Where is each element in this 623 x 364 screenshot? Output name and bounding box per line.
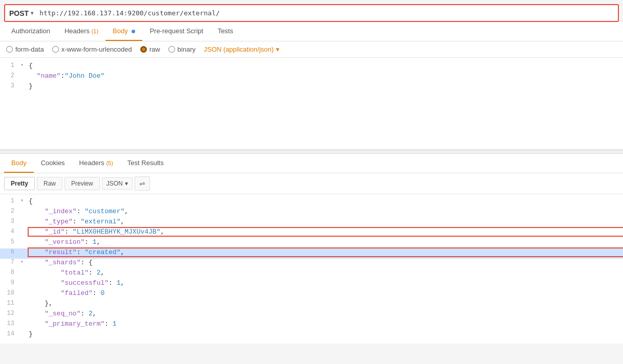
resp-line-3: 3 "_type": "external", [0,218,623,228]
resp-tab-body-label: Body [11,159,27,167]
radio-form-data[interactable] [6,46,13,53]
resp-tab-cookies-label: Cookies [41,159,65,167]
section-divider [0,150,623,154]
resp-code-7: "_shards": { [29,259,623,266]
tab-body-label: Body [113,27,128,35]
resp-code-9: "successful": 1, [29,279,623,287]
option-raw[interactable]: raw [140,46,160,53]
radio-x-www[interactable] [52,46,59,53]
view-preview-button[interactable]: Preview [65,177,100,190]
tab-tests[interactable]: Tests [210,22,240,41]
req-line-3: 3 } [0,82,623,93]
json-type-label: JSON (application/json) [204,46,274,53]
option-binary[interactable]: binary [168,46,196,53]
resp-linenum-2: 2 [0,208,20,215]
format-selector[interactable]: JSON ▾ [102,177,133,190]
resp-linenum-5: 5 [0,238,20,245]
tab-pre-request-label: Pre-request Script [149,27,203,35]
resp-code-5: "_version": 1, [29,238,623,246]
tab-authorization[interactable]: Authorization [4,22,57,41]
resp-line-12: 12 "_seq_no": 2, [0,310,623,320]
resp-tab-headers-label: Headers [79,159,104,167]
resp-line-9: 9 "successful": 1, [0,279,623,289]
json-type-chevron: ▾ [276,46,280,53]
tab-headers-label: Headers [65,27,90,35]
resp-line-14: 14 } [0,330,623,340]
request-body-editor[interactable]: 1 ▾ { 2 "name":"John Doe" 3 } [0,58,623,150]
json-type-selector[interactable]: JSON (application/json) ▾ [204,46,280,53]
resp-tab-cookies[interactable]: Cookies [34,154,72,173]
resp-linenum-1: 1 [0,197,20,204]
response-container: Body Cookies Headers (5) Test Results Pr… [0,154,623,344]
resp-linenum-14: 14 [0,330,20,337]
format-chevron: ▾ [125,180,128,187]
resp-line-2: 2 "_index": "customer", [0,208,623,218]
tab-pre-request[interactable]: Pre-request Script [142,22,210,41]
view-raw-button[interactable]: Raw [37,177,62,190]
resp-expand-7[interactable]: ▾ [20,259,29,265]
resp-code-10: "failed": 0 [29,289,623,297]
wrap-button[interactable]: ⇌ [135,176,150,191]
request-bar: POST ▾ [4,4,619,22]
tab-headers[interactable]: Headers (1) [57,22,105,41]
option-form-data[interactable]: form-data [6,46,44,53]
resp-line-4: 4 "_id": "LiMX0HEBHYK_MJXUv4JB", [0,228,623,238]
resp-linenum-7: 7 [0,259,20,266]
resp-code-14: } [29,330,623,338]
tab-body[interactable]: Body [105,22,142,41]
resp-line-1: 1 ▾ { [0,197,623,208]
resp-linenum-10: 10 [0,289,20,297]
option-x-www-label: x-www-form-urlencoded [61,46,132,53]
resp-tab-body[interactable]: Body [4,154,34,173]
radio-raw[interactable] [140,46,147,53]
resp-linenum-8: 8 [0,269,20,276]
req-line-2: 2 "name":"John Doe" [0,72,623,82]
req-linenum-2: 2 [0,72,20,79]
req-code-1: { [29,62,623,70]
response-tabs: Body Cookies Headers (5) Test Results [0,154,623,173]
view-pretty-button[interactable]: Pretty [4,177,35,190]
url-input[interactable] [37,7,614,19]
option-raw-label: raw [149,46,160,53]
wrap-icon: ⇌ [139,179,145,188]
resp-linenum-13: 13 [0,320,20,327]
resp-linenum-12: 12 [0,310,20,317]
response-toolbar: Pretty Raw Preview JSON ▾ ⇌ [0,173,623,194]
resp-code-1: { [29,197,623,205]
resp-code-4: "_id": "LiMX0HEBHYK_MJXUv4JB", [29,228,623,236]
resp-tab-test-results[interactable]: Test Results [120,154,171,173]
resp-line-5: 5 "_version": 1, [0,238,623,248]
resp-line-10: 10 "failed": 0 [0,289,623,300]
resp-line-13: 13 "_primary_term": 1 [0,320,623,330]
resp-line-8: 8 "total": 2, [0,269,623,279]
tab-authorization-label: Authorization [11,27,50,35]
resp-linenum-3: 3 [0,218,20,225]
resp-linenum-6: 6 [0,248,20,256]
req-code-3: } [29,82,623,90]
req-expand-1[interactable]: ▾ [20,62,29,68]
resp-linenum-11: 11 [0,300,20,307]
req-linenum-1: 1 [0,62,20,69]
method-label: POST [9,9,29,17]
method-selector[interactable]: POST ▾ [9,9,33,17]
option-form-data-label: form-data [15,46,44,53]
resp-code-8: "total": 2, [29,269,623,277]
method-chevron: ▾ [31,10,33,16]
resp-tab-headers-badge: (5) [106,160,113,166]
resp-tab-test-results-label: Test Results [127,159,164,167]
resp-code-12: "_seq_no": 2, [29,310,623,317]
body-options: form-data x-www-form-urlencoded raw bina… [0,41,623,58]
tab-tests-label: Tests [218,27,233,35]
option-binary-label: binary [178,46,196,53]
resp-code-6: "result": "created", [29,248,623,256]
req-linenum-3: 3 [0,82,20,89]
resp-expand-1[interactable]: ▾ [20,197,29,203]
option-x-www[interactable]: x-www-form-urlencoded [52,46,132,53]
body-active-dot [132,30,135,33]
resp-line-7: 7 ▾ "_shards": { [0,259,623,269]
format-label: JSON [106,180,123,187]
resp-code-13: "_primary_term": 1 [29,320,623,328]
resp-tab-headers[interactable]: Headers (5) [72,154,120,173]
radio-binary[interactable] [168,46,175,53]
resp-code-11: }, [29,300,623,307]
